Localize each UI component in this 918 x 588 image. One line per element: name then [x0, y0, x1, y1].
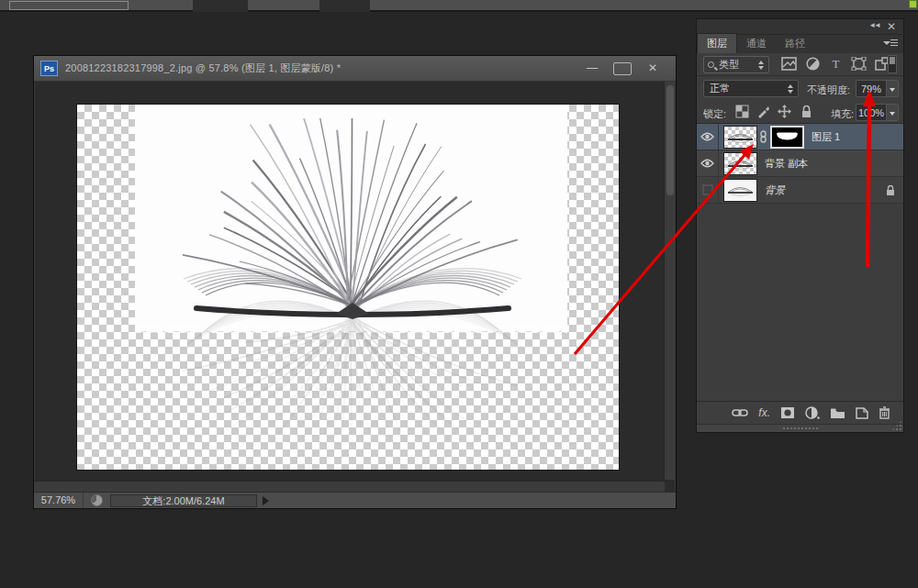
lock-label: 锁定: — [703, 107, 726, 121]
canvas[interactable] — [77, 105, 619, 470]
eye-icon — [700, 132, 714, 141]
document-titlebar[interactable]: Ps 20081223182317998_2.jpg @ 57.8% (图层 1… — [34, 56, 676, 82]
maximize-button[interactable] — [613, 62, 632, 75]
stepper-icon — [758, 61, 765, 70]
filter-type-label: 类型 — [719, 58, 758, 72]
horizontal-scrollbar[interactable] — [34, 481, 665, 492]
layer-row-layer1[interactable]: 图层 1 — [697, 124, 903, 150]
layer-thumbnail[interactable] — [723, 126, 757, 149]
status-flyout-arrow-icon[interactable] — [263, 496, 269, 505]
filter-adjustment-layers-icon[interactable] — [805, 57, 821, 71]
vertical-scrollbar-thumb[interactable] — [666, 85, 674, 195]
fill-field[interactable]: 100% — [856, 104, 899, 121]
panel-tabs: 图层 通道 路径 — [697, 35, 903, 53]
layers-panel: ◄◄ ✕ 图层 通道 路径 类型 T 正常 — [696, 18, 904, 433]
tab-channels[interactable]: 通道 — [737, 34, 776, 53]
layer-row-background[interactable]: 背景 — [697, 177, 903, 204]
mask-link-icon[interactable] — [759, 130, 767, 143]
status-clock-icon — [91, 494, 103, 506]
stepper-icon — [788, 84, 794, 94]
filter-switch-toggle[interactable] — [888, 55, 897, 73]
blend-mode-value: 正常 — [710, 82, 788, 95]
layer-name[interactable]: 图层 1 — [812, 130, 903, 144]
options-input-1[interactable] — [193, 0, 248, 12]
panel-resize-gutter[interactable] — [697, 424, 903, 432]
filter-pixel-layers-icon[interactable] — [781, 57, 797, 71]
visibility-toggle[interactable] — [697, 177, 719, 203]
layer-thumbnail[interactable] — [723, 152, 757, 175]
options-bar — [0, 0, 918, 12]
fill-label: 填充: — [831, 107, 854, 121]
vertical-scrollbar[interactable] — [664, 82, 675, 480]
panel-close-icon[interactable]: ✕ — [887, 20, 896, 33]
layer-name[interactable]: 背景 — [765, 183, 885, 197]
blend-mode-dropdown[interactable]: 正常 — [703, 80, 799, 97]
layer-name[interactable]: 背景 副本 — [765, 157, 903, 171]
filter-type-dropdown[interactable]: 类型 — [703, 56, 769, 73]
gutter-grip-dots — [782, 427, 819, 430]
opacity-value: 79% — [856, 83, 886, 94]
lock-pixels-icon[interactable] — [756, 105, 770, 118]
opacity-field[interactable]: 79% — [856, 80, 899, 97]
layer-lock-icon — [885, 184, 896, 196]
layer-filter-row: 类型 T — [697, 53, 903, 76]
panel-menu-icon[interactable] — [883, 39, 898, 49]
options-input-2[interactable] — [319, 0, 370, 12]
link-layers-icon[interactable] — [732, 408, 748, 417]
layers-empty-area — [697, 205, 903, 402]
collapse-to-icons-icon[interactable]: ◄◄ — [868, 21, 879, 29]
layer-mask-thumbnail[interactable] — [770, 126, 804, 149]
new-group-icon[interactable] — [830, 407, 845, 419]
visibility-toggle[interactable] — [697, 124, 719, 150]
minimize-button[interactable]: — — [580, 61, 604, 76]
search-icon — [708, 61, 714, 68]
photoshop-file-icon: Ps — [40, 61, 58, 76]
photoshop-workspace: Ps 20081223182317998_2.jpg @ 57.8% (图层 1… — [0, 0, 918, 588]
tab-layers[interactable]: 图层 — [697, 33, 737, 53]
layers-panel-toolbar: fx. — [697, 401, 903, 424]
layer-row-background-copy[interactable]: 背景 副本 — [697, 150, 903, 177]
options-field[interactable] — [9, 1, 129, 10]
lock-all-icon[interactable] — [800, 105, 813, 118]
zoom-level-field[interactable]: 57.76% — [34, 493, 84, 508]
document-window: Ps 20081223182317998_2.jpg @ 57.8% (图层 1… — [33, 55, 677, 509]
document-title: 20081223182317998_2.jpg @ 57.8% (图层 1, 图… — [65, 61, 341, 75]
document-size-info: 文档:2.00M/6.24M — [110, 494, 257, 507]
book-image — [114, 118, 591, 458]
opacity-dropdown-icon[interactable] — [886, 81, 898, 96]
filter-shape-layers-icon[interactable] — [851, 57, 867, 71]
fill-value: 100% — [856, 107, 886, 118]
tab-paths[interactable]: 路径 — [776, 34, 814, 53]
close-button[interactable]: ✕ — [641, 61, 665, 76]
opacity-label: 不透明度: — [807, 83, 850, 97]
blend-mode-row: 正常 不透明度: 79% — [697, 76, 903, 100]
document-status-bar: 57.76% 文档:2.00M/6.24M — [34, 492, 676, 508]
new-layer-icon[interactable] — [856, 407, 868, 419]
lock-row: 锁定: 填充: 100% — [697, 100, 903, 124]
layer-style-icon[interactable]: fx. — [758, 406, 770, 419]
lock-transparency-icon[interactable] — [735, 105, 749, 118]
lock-position-icon[interactable] — [778, 105, 791, 118]
svg-text:T: T — [833, 57, 840, 71]
layer-thumbnail[interactable] — [723, 179, 757, 202]
adjustment-layer-icon[interactable] — [805, 406, 820, 419]
empty-visibility-icon — [702, 184, 713, 195]
cursor-artifact — [909, 0, 917, 8]
delete-layer-icon[interactable] — [879, 406, 890, 419]
add-mask-icon[interactable] — [780, 406, 795, 419]
visibility-toggle[interactable] — [697, 150, 719, 176]
eye-icon — [700, 159, 714, 168]
layers-list: 图层 1 背景 副本 背景 — [697, 124, 903, 205]
fill-dropdown-icon[interactable] — [886, 105, 898, 120]
filter-type-layers-icon[interactable]: T — [828, 57, 844, 71]
